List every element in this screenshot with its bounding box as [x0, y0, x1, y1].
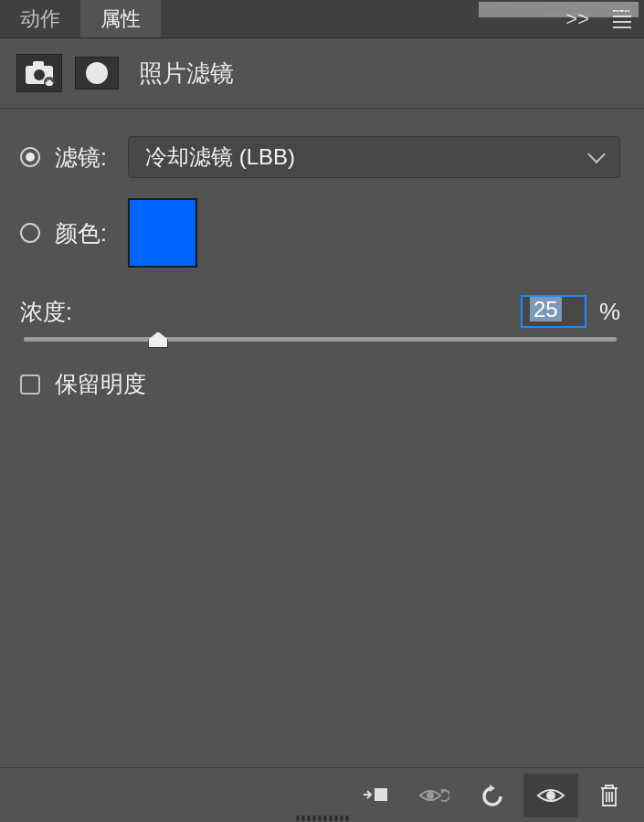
density-row: 浓度: 25 %	[20, 295, 620, 328]
reset-button[interactable]	[465, 774, 520, 817]
eye-back-icon	[418, 785, 449, 806]
tab-properties[interactable]: 属性	[80, 0, 161, 37]
svg-rect-1	[33, 61, 44, 68]
svg-point-6	[546, 791, 555, 800]
clip-icon	[362, 785, 389, 806]
panel-body: 滤镜: 冷却滤镜 (LBB) 颜色: 浓度: 25 % 保留明度	[0, 109, 644, 417]
tab-actions[interactable]: 动作	[0, 0, 80, 37]
svg-rect-4	[375, 788, 387, 801]
trash-icon	[599, 784, 619, 807]
slider-thumb[interactable]	[148, 332, 168, 348]
clip-to-layer-button[interactable]	[348, 774, 403, 817]
color-radio[interactable]	[20, 223, 40, 243]
svg-point-5	[427, 792, 434, 799]
mask-circle-icon	[86, 62, 108, 84]
filter-label: 滤镜:	[55, 142, 119, 173]
panel-footer	[0, 767, 644, 822]
resize-handle[interactable]	[296, 816, 348, 822]
density-label: 浓度:	[20, 297, 72, 327]
density-input[interactable]: 25	[521, 295, 586, 328]
adjustment-layer-icon[interactable]	[16, 54, 62, 92]
color-swatch[interactable]	[128, 198, 197, 268]
toggle-visibility-button[interactable]	[523, 774, 578, 817]
view-previous-state-button[interactable]	[406, 774, 461, 817]
preserve-luminosity-row: 保留明度	[20, 369, 620, 399]
filter-dropdown[interactable]: 冷却滤镜 (LBB)	[128, 136, 620, 178]
watermark-text: PS教程论坛 WWW.16XX8.COM	[479, 2, 639, 17]
reset-icon	[480, 784, 505, 807]
filter-selected-text: 冷却滤镜 (LBB)	[145, 142, 295, 172]
color-row: 颜色:	[20, 198, 620, 268]
density-unit: %	[599, 298, 620, 326]
panel-header: 照片滤镜	[0, 38, 644, 108]
color-label: 颜色:	[55, 218, 119, 248]
chevron-down-icon	[587, 145, 606, 163]
eye-icon	[536, 786, 565, 805]
preserve-luminosity-label: 保留明度	[55, 369, 146, 399]
delete-button[interactable]	[582, 774, 637, 817]
density-slider[interactable]	[20, 337, 620, 342]
preserve-luminosity-checkbox[interactable]	[20, 374, 40, 395]
panel-title: 照片滤镜	[139, 58, 234, 90]
filter-row: 滤镜: 冷却滤镜 (LBB)	[20, 136, 620, 178]
svg-point-2	[34, 69, 45, 80]
camera-icon	[24, 60, 55, 86]
slider-track	[24, 337, 617, 342]
filter-radio[interactable]	[20, 147, 40, 167]
layer-mask-icon[interactable]	[75, 57, 119, 90]
